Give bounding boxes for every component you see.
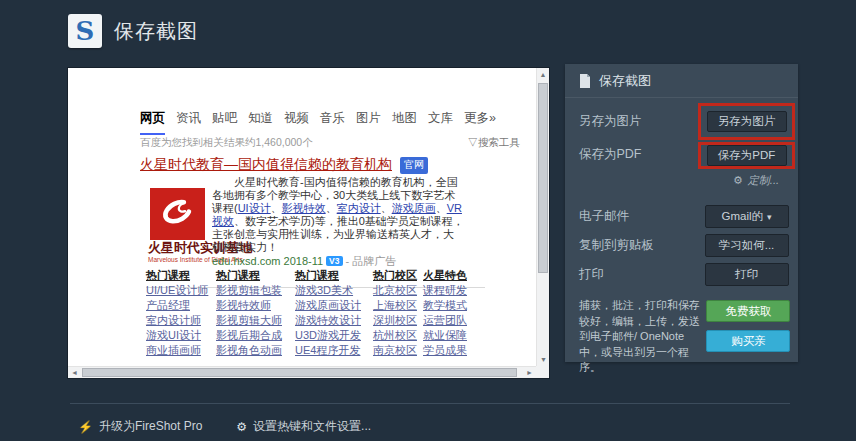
tab-wenku[interactable]: 文库 <box>428 110 453 135</box>
fireshot-logo-icon: S <box>68 14 102 48</box>
filter-icon: ▽ <box>468 136 479 148</box>
customize-link[interactable]: ⚙ 定制... <box>579 173 809 188</box>
gear-icon: ⚙ <box>733 174 743 187</box>
result-url-line: edu.hxsd.com 2018-11V3- 品牌广告 <box>212 254 396 269</box>
scroll-down-icon[interactable]: ▼ <box>537 353 550 366</box>
highlight-box-save-image: 另存为图片 <box>698 103 795 140</box>
settings-link[interactable]: ⚙ 设置热键和文件设置... <box>236 418 371 435</box>
footer: ⚡ 升级为FireShot Pro ⚙ 设置热键和文件设置... <box>78 418 405 435</box>
table-link[interactable]: 影视剪辑包装 <box>216 283 295 298</box>
logo-letter: S <box>76 18 95 44</box>
print-row: 打印 打印 <box>579 263 795 286</box>
captured-page: 网页 资讯 贴吧 知道 视频 音乐 图片 地图 文库 更多» 百度为您找到相关结… <box>68 68 536 366</box>
learn-how-button[interactable]: 学习如何... <box>705 234 789 257</box>
email-label: 电子邮件 <box>579 208 629 225</box>
table-link[interactable]: 深圳校区 <box>373 313 423 328</box>
highlight-box-save-pdf: 保存为PDF <box>698 142 795 169</box>
panel-body: 另存为图片 另存为图片 保存为PDF 保存为PDF ⚙ 定制... 电子邮件 <box>565 98 798 376</box>
result-logo-image <box>150 188 205 240</box>
fireshot-save-window: S 保存截图 网页 资讯 贴吧 知道 视频 音乐 图片 地图 文库 更多» 百度… <box>0 0 856 441</box>
panel-header: 保存截图 <box>565 64 798 98</box>
gmail-dropdown-button[interactable]: Gmail的▾ <box>705 205 789 228</box>
scrollbar-corner <box>536 366 549 378</box>
upgrade-pro-link[interactable]: ⚡ 升级为FireShot Pro <box>78 418 202 435</box>
results-count-row: 百度为您找到相关结果约1,460,000个 ▽搜索工具 <box>140 136 520 150</box>
table-link[interactable]: 就业保障 <box>423 328 485 343</box>
save-image-row: 另存为图片 另存为图片 <box>579 103 795 140</box>
window-header: S 保存截图 <box>68 14 198 48</box>
tab-webpage[interactable]: 网页 <box>140 110 165 135</box>
desc-link-game-art[interactable]: 游戏原画 <box>392 202 436 214</box>
table-link[interactable]: 游戏UI设计 <box>146 328 216 343</box>
table-link[interactable]: 影视角色动画 <box>216 343 295 358</box>
search-tools-toggle[interactable]: ▽搜索工具 <box>468 136 521 150</box>
table-link[interactable]: 影视剪辑大师 <box>216 313 295 328</box>
email-row: 电子邮件 Gmail的▾ <box>579 205 795 228</box>
desc-link-vfx[interactable]: 影视特效 <box>282 202 326 214</box>
save-as-pdf-button[interactable]: 保存为PDF <box>707 145 787 166</box>
result-description: 火星时代教育-国内值得信赖的教育机构，全国各地拥有多个教学中心，30大类线上线下… <box>212 176 464 254</box>
screenshot-preview: 网页 资讯 贴吧 知道 视频 音乐 图片 地图 文库 更多» 百度为您找到相关结… <box>68 68 549 378</box>
tab-more[interactable]: 更多» <box>464 110 496 135</box>
upgrade-promo: 捕获，批注，打印和保存较好，编辑，上传，发送到电子邮件/ OneNote中，或导… <box>579 298 795 376</box>
baidu-tab-bar: 网页 资讯 贴吧 知道 视频 音乐 图片 地图 文库 更多» <box>140 110 507 135</box>
tab-tieba[interactable]: 贴吧 <box>212 110 237 135</box>
chevron-down-icon: ▾ <box>767 212 772 222</box>
result-links-table: 热门课程 热门课程 热门课程 热门校区 火星特色 UI/UE设计师 影视剪辑包装… <box>146 268 485 358</box>
buy-button[interactable]: 购买亲 <box>706 330 790 352</box>
desc-link-ui-design[interactable]: UI设计 <box>238 202 271 214</box>
save-options-panel: 保存截图 另存为图片 另存为图片 保存为PDF 保存为PDF ⚙ 定制... <box>565 64 798 362</box>
document-icon <box>579 74 591 88</box>
tab-image[interactable]: 图片 <box>356 110 381 135</box>
table-link[interactable]: 产品经理 <box>146 298 216 313</box>
table-link[interactable]: 游戏3D美术 <box>295 283 373 298</box>
tab-map[interactable]: 地图 <box>392 110 417 135</box>
brand-ad-label: - 品牌广告 <box>346 255 397 267</box>
vertical-scrollbar[interactable]: ▲ ▼ <box>536 68 549 366</box>
save-pdf-label: 保存为PDF <box>579 146 642 163</box>
tab-zhidao[interactable]: 知道 <box>248 110 273 135</box>
get-free-button[interactable]: 免费获取 <box>706 300 790 322</box>
table-link[interactable]: 游戏特效设计 <box>295 313 373 328</box>
footer-divider <box>70 403 790 404</box>
customize-label[interactable]: 定制... <box>748 173 779 188</box>
table-link[interactable]: 北京校区 <box>373 283 423 298</box>
table-link[interactable]: UI/UE设计师 <box>146 283 216 298</box>
tab-music[interactable]: 音乐 <box>320 110 345 135</box>
result-title-link[interactable]: 火星时代教育—国内值得信赖的教育机构 <box>140 156 392 172</box>
scroll-up-icon[interactable]: ▲ <box>537 68 549 81</box>
scroll-right-icon[interactable]: ► <box>523 367 536 380</box>
print-button[interactable]: 打印 <box>705 263 789 286</box>
table-link[interactable]: 南京校区 <box>373 343 423 358</box>
clipboard-row: 复制到剪贴板 学习如何... <box>579 234 795 257</box>
table-link[interactable]: 课程研发 <box>423 283 485 298</box>
result-url: edu.hxsd.com 2018-11 <box>212 255 323 267</box>
table-link[interactable]: 游戏原画设计 <box>295 298 373 313</box>
table-link[interactable]: 运营团队 <box>423 313 485 328</box>
official-site-badge: 官网 <box>400 157 428 174</box>
table-link[interactable]: 室内设计师 <box>146 313 216 328</box>
table-link[interactable]: 影视特效师 <box>216 298 295 313</box>
panel-title: 保存截图 <box>599 72 651 90</box>
gear-icon: ⚙ <box>236 420 247 434</box>
table-link[interactable]: 学员成果 <box>423 343 485 358</box>
tab-video[interactable]: 视频 <box>284 110 309 135</box>
promo-text: 捕获，批注，打印和保存较好，编辑，上传，发送到电子邮件/ OneNote中，或导… <box>579 298 702 376</box>
lightning-icon: ⚡ <box>78 420 93 434</box>
horizontal-scrollbar-thumb[interactable] <box>82 368 517 377</box>
table-link[interactable]: 教学模式 <box>423 298 485 313</box>
table-link[interactable]: 商业插画师 <box>146 343 216 358</box>
save-as-image-button[interactable]: 另存为图片 <box>707 111 787 132</box>
baidu-v-badge: V3 <box>326 256 342 266</box>
table-link[interactable]: U3D游戏开发 <box>295 328 373 343</box>
desc-link-interior[interactable]: 室内设计 <box>337 202 381 214</box>
save-image-label: 另存为图片 <box>579 113 642 130</box>
table-link[interactable]: 影视后期合成 <box>216 328 295 343</box>
horizontal-scrollbar[interactable]: ◄ ► <box>68 366 536 378</box>
tab-news[interactable]: 资讯 <box>176 110 201 135</box>
table-link[interactable]: 上海校区 <box>373 298 423 313</box>
scroll-left-icon[interactable]: ◄ <box>68 367 81 380</box>
table-link[interactable]: UE4程序开发 <box>295 343 373 358</box>
table-link[interactable]: 杭州校区 <box>373 328 423 343</box>
vertical-scrollbar-thumb[interactable] <box>538 83 548 273</box>
